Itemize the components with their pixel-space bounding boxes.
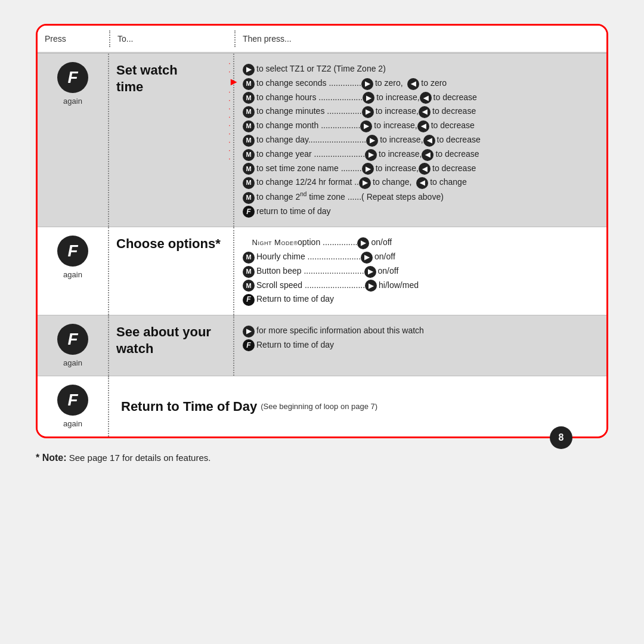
m-icon: M — [243, 163, 255, 175]
col-to-1: Set watchtime · · ► · · · · · · · · · — [109, 54, 234, 227]
d-icon: ▶ — [365, 280, 377, 292]
header-then: Then press... — [234, 30, 606, 47]
m-icon: M — [243, 92, 255, 104]
then-line-9: M to change 12/24 hr format .. ▶ to chan… — [243, 175, 598, 189]
then-line-nm-5: F Return to time of day — [243, 292, 598, 306]
f-button-3: F — [57, 324, 88, 355]
m-icon: M — [243, 280, 255, 292]
then-line-nm-1: Night Mode ® option ............... ▶ on… — [243, 236, 598, 249]
d-icon: ▶ — [362, 106, 374, 118]
then-line-sa-1: ▶ for more specific information about th… — [243, 324, 598, 338]
then-line-7: M to change year ...................... … — [243, 147, 598, 161]
m-icon: M — [243, 192, 255, 204]
d-icon: ▶ — [243, 326, 255, 338]
header-row: Press To... Then press... — [38, 26, 606, 53]
then-line-4: M to change minutes ............... ▶ to… — [243, 104, 598, 118]
then-line-8: M to set time zone name ......... ▶ to i… — [243, 162, 598, 175]
col-then-1: ▶ to select TZ1 or TZ2 (Time Zone 2) M t… — [234, 54, 606, 227]
d-icon-2: ▶ — [361, 78, 373, 90]
page-number: 8 — [550, 426, 572, 449]
col-press-return: F again — [38, 376, 109, 436]
to-text-3: See about your watch — [116, 324, 226, 357]
then-line-6: M to change day.........................… — [243, 133, 598, 147]
return-content: Return to Time of Day (See beginning of … — [109, 376, 606, 436]
col-to-3: See about your watch — [109, 315, 234, 376]
d-icon: ▶ — [361, 252, 373, 264]
then-line-nm-3: M Button beep ..........................… — [243, 264, 598, 278]
again-label-1: again — [63, 97, 82, 106]
col-to-2: Choose options* — [109, 227, 234, 315]
d-icon: ▶ — [365, 149, 377, 161]
m-icon: M — [243, 120, 255, 132]
return-text-small: (See beginning of loop on page 7) — [261, 402, 377, 411]
return-text-big: Return to Time of Day — [121, 399, 257, 414]
row-choose-options: F again Choose options* Night Mode ® opt… — [38, 227, 606, 315]
d-icon: ▶ — [364, 266, 376, 278]
dotted-arrow: · · ► · · · · · · · · · — [228, 60, 239, 162]
d-icon: ▶ — [363, 92, 374, 104]
d-icon: ▶ — [360, 120, 372, 132]
to-text-1: Set watchtime — [116, 62, 178, 95]
m-icon: M — [243, 266, 255, 278]
again-label-return: again — [63, 419, 82, 428]
again-label-3: again — [63, 358, 82, 367]
d-icon: ▶ — [362, 163, 374, 175]
col-press-3: F again — [38, 315, 109, 376]
row-see-about: F again See about your watch ▶ for more … — [38, 315, 606, 376]
d-icon: ▶ — [366, 135, 378, 147]
note-section: * Note: See page 17 for details on featu… — [36, 453, 608, 463]
then-line-nm-2: M Hourly chime ....................... ▶… — [243, 250, 598, 264]
left-icon: ◀ — [420, 92, 432, 104]
f-button-2: F — [57, 236, 88, 267]
f-icon-black: F — [243, 206, 255, 218]
m-icon: M — [243, 106, 255, 118]
f-button-return: F — [57, 385, 88, 416]
left-icon: ◀ — [417, 120, 429, 132]
night-mode-label: Night Mode — [252, 237, 294, 249]
return-row: F again Return to Time of Day (See begin… — [38, 376, 606, 436]
left-icon: ◀ — [416, 177, 428, 189]
header-to: To... — [109, 30, 234, 47]
f-icon-black: F — [243, 294, 255, 306]
col-then-3: ▶ for more specific information about th… — [234, 315, 606, 376]
left-icon: ◀ — [423, 135, 435, 147]
col-press-1: ► F again — [38, 54, 109, 227]
d-icon: ▶ — [357, 237, 369, 249]
m-icon: M — [243, 78, 255, 90]
red-arrow: ► — [36, 70, 38, 86]
again-label-2: again — [63, 270, 82, 279]
m-icon: M — [243, 135, 255, 147]
f-icon-black: F — [243, 339, 255, 351]
header-press: Press — [38, 30, 109, 47]
m-icon: M — [243, 149, 255, 161]
m-icon: M — [243, 252, 255, 264]
col-then-2: Night Mode ® option ............... ▶ on… — [234, 227, 606, 315]
then-line-2: M to change seconds .............. ▶ to … — [243, 76, 598, 90]
m-icon: M — [243, 177, 255, 189]
then-line-11: F return to time of day — [243, 205, 598, 218]
col-press-2: F again — [38, 227, 109, 315]
d-icon: ▶ — [243, 64, 255, 76]
note-bold: * Note: — [36, 453, 67, 463]
left-icon: ◀ — [422, 149, 434, 161]
left-icon: ◀ — [419, 163, 431, 175]
f-button-1: F — [57, 62, 88, 93]
d-icon: ▶ — [359, 177, 371, 189]
then-line-1: ▶ to select TZ1 or TZ2 (Time Zone 2) — [243, 62, 598, 76]
to-text-2: Choose options* — [116, 236, 221, 252]
then-line-5: M to change month ................. ▶ to… — [243, 119, 598, 132]
then-line-nm-4: M Scroll speed .........................… — [243, 278, 598, 292]
then-line-3: M to change hours ................... ▶ … — [243, 91, 598, 104]
note-text: * Note: See page 17 for details on featu… — [36, 453, 210, 463]
then-line-10: M to change 2nd time zone ......( Repeat… — [243, 190, 598, 203]
left-icon: ◀ — [419, 106, 431, 118]
then-line-sa-2: F Return to time of day — [243, 338, 598, 352]
row-set-watch-time: ► F again Set watchtime · · ► · · · · · … — [38, 53, 606, 227]
main-table: Press To... Then press... ► F again Set … — [36, 24, 608, 438]
left-icon: ◀ — [407, 78, 419, 90]
